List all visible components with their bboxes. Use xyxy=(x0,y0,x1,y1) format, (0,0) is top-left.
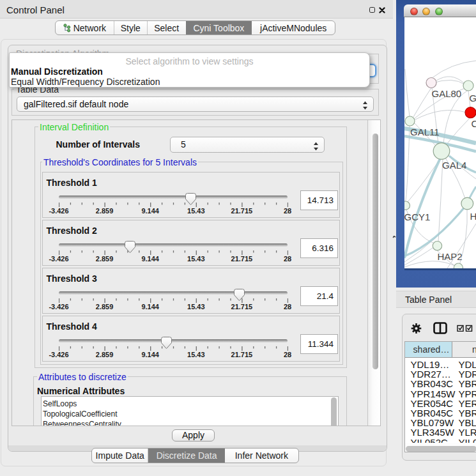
svg-text:HAP2: HAP2 xyxy=(438,251,463,262)
svg-text:GAL4: GAL4 xyxy=(442,160,466,171)
svg-text:GAL80: GAL80 xyxy=(432,88,462,99)
svg-text:H: H xyxy=(470,211,476,222)
svg-text:GCY1: GCY1 xyxy=(404,211,430,222)
svg-text:GAL11: GAL11 xyxy=(410,127,440,137)
svg-text:GA: GA xyxy=(470,93,476,104)
svg-text:C: C xyxy=(472,118,476,129)
